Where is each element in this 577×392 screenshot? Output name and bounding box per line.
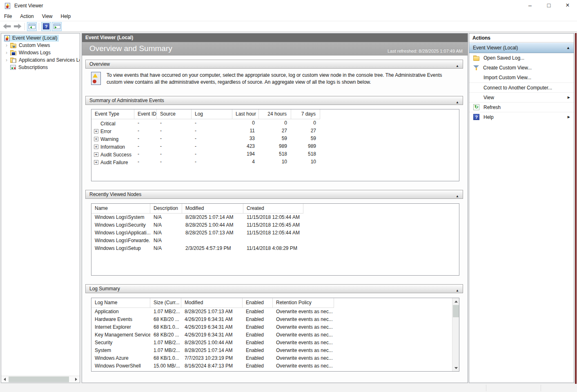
table-cell: - [134, 150, 157, 158]
column-header[interactable]: Modified [181, 298, 243, 308]
table-cell: Windows Logs\Applicati... [91, 229, 150, 237]
table-cell: Hardware Events [91, 316, 150, 323]
menu-file[interactable]: File [0, 11, 16, 21]
table-cell [334, 339, 452, 347]
menu-help[interactable]: Help [57, 11, 75, 21]
table-cell: 4/26/2019 6:34:31 AM [181, 323, 243, 331]
table-cell: 27 [259, 127, 291, 135]
table-row[interactable]: +Audit Failure [91, 158, 134, 166]
collapse-caret-icon[interactable]: ▲ [456, 287, 459, 295]
action-item-open-saved-log[interactable]: Open Saved Log... [469, 53, 574, 63]
column-header[interactable]: Retention Policy [273, 298, 334, 308]
actions-pane: Actions Event Viewer (Local) ▲ Open Save… [469, 33, 574, 383]
tree-item-label: Subscriptions [18, 65, 48, 70]
recent-section-header[interactable]: Recently Viewed Nodes ▲ [85, 190, 463, 199]
column-header[interactable]: Source [157, 109, 192, 119]
expand-plus-icon[interactable]: + [94, 129, 98, 134]
column-header[interactable]: Modified [182, 204, 243, 214]
minimize-button[interactable]: – [521, 0, 539, 11]
table-cell: Windows PowerShell [91, 362, 150, 370]
table-cell: Overwrite events as nec... [273, 331, 334, 339]
table-cell [334, 354, 452, 362]
table-row[interactable]: +Warning [91, 135, 134, 143]
expand-chevron-icon[interactable]: › [4, 42, 9, 48]
column-header[interactable]: Event Type [91, 109, 134, 119]
column-header[interactable]: Event ID [134, 109, 157, 119]
table-cell: Key Management Service [91, 331, 150, 339]
tree-item-custom-views[interactable]: ›Custom Views [1, 42, 80, 49]
column-header[interactable]: Name [91, 204, 150, 214]
table-cell: - [192, 135, 232, 143]
page-title: Overview and Summary [89, 44, 172, 53]
table-cell: 59 [259, 135, 291, 143]
scroll-left-button[interactable] [1, 376, 8, 383]
table-row[interactable]: +Audit Success [91, 150, 134, 158]
table-cell: Enabled [243, 308, 273, 316]
expand-chevron-icon[interactable]: › [4, 50, 9, 56]
collapse-caret-icon[interactable]: ▲ [456, 98, 459, 107]
table-cell [243, 237, 303, 245]
tree-item-applications-and-services-lo[interactable]: ›Applications and Services Lo [1, 56, 80, 64]
log-summary-section-title: Log Summary [89, 286, 120, 292]
log-summary-section-header[interactable]: Log Summary ▲ [85, 284, 463, 293]
close-button[interactable]: × [558, 0, 577, 11]
scrollbar-thumb[interactable] [453, 305, 459, 317]
column-header[interactable]: Log Name [91, 298, 150, 308]
column-header[interactable]: Created [243, 204, 303, 214]
column-header[interactable]: Size (Curr... [150, 298, 181, 308]
help-button[interactable] [41, 22, 51, 31]
expand-plus-icon[interactable]: + [94, 152, 98, 157]
expand-chevron-icon[interactable]: › [4, 57, 9, 63]
collapse-caret-icon[interactable]: ▲ [456, 62, 459, 70]
table-row[interactable]: +Information [91, 143, 134, 150]
event-type-label: Information [100, 144, 125, 150]
expand-plus-icon[interactable]: + [94, 160, 98, 165]
horizontal-scrollbar[interactable] [1, 376, 80, 383]
actions-pane-title: Actions [469, 33, 574, 42]
tree-item-subscriptions[interactable]: Subscriptions [1, 64, 80, 71]
back-arrow-button[interactable] [2, 22, 12, 31]
vertical-scrollbar[interactable] [452, 298, 459, 371]
collapse-caret-icon[interactable]: ▲ [566, 46, 570, 50]
table-cell: 4 [232, 158, 259, 166]
action-item-import-custom-view[interactable]: Import Custom View... [469, 73, 574, 82]
action-item-create-custom-view[interactable]: Create Custom View... [469, 63, 574, 73]
scrollbar-thumb[interactable] [9, 376, 69, 382]
table-cell: Enabled [243, 354, 273, 362]
table-row[interactable]: +Error [91, 127, 134, 135]
column-header[interactable]: Log [192, 109, 232, 119]
action-item-label: View [483, 95, 494, 100]
summary-section-header[interactable]: Summary of Administrative Events ▲ [85, 96, 463, 105]
table-cell: 11/15/2018 12:05:44 AM [243, 229, 303, 237]
scroll-right-button[interactable] [73, 376, 80, 383]
scroll-up-button[interactable] [452, 298, 459, 305]
expand-plus-icon[interactable]: + [94, 137, 98, 141]
column-header[interactable]: 24 hours [259, 109, 291, 119]
action-item-view[interactable]: View▶ [469, 92, 574, 102]
table-cell: Enabled [243, 339, 273, 347]
action-item-label: Import Custom View... [483, 75, 531, 80]
actions-group-header[interactable]: Event Viewer (Local) ▲ [469, 43, 574, 53]
action-item-refresh[interactable]: Refresh [469, 102, 574, 112]
expand-plus-icon[interactable]: + [94, 145, 98, 149]
scroll-down-button[interactable] [452, 365, 459, 371]
table-cell: Enabled [243, 362, 273, 370]
tree-item-event-viewer-local[interactable]: Event Viewer (Local) [1, 34, 80, 42]
menu-action[interactable]: Action [16, 11, 38, 21]
column-header[interactable]: Description [150, 204, 182, 214]
menu-view[interactable]: View [38, 11, 57, 21]
maximize-button[interactable]: □ [539, 0, 558, 11]
show-action-pane-button[interactable] [52, 22, 62, 31]
column-header[interactable]: Last hour [232, 109, 259, 119]
action-item-help[interactable]: Help▶ [469, 112, 574, 122]
refresh-icon [473, 104, 479, 110]
collapse-caret-icon[interactable]: ▲ [456, 192, 459, 200]
tree-item-windows-logs[interactable]: ›Windows Logs [1, 49, 80, 56]
column-header[interactable]: 7 days [291, 109, 320, 119]
table-row[interactable]: +Critical [91, 119, 134, 127]
overview-section-header[interactable]: Overview ▲ [85, 60, 463, 69]
forward-arrow-button[interactable] [13, 22, 22, 31]
column-header[interactable]: Enabled [243, 298, 273, 308]
action-item-connect-to-another-computer[interactable]: Connect to Another Computer... [469, 82, 574, 92]
show-console-tree-button[interactable] [27, 22, 37, 31]
